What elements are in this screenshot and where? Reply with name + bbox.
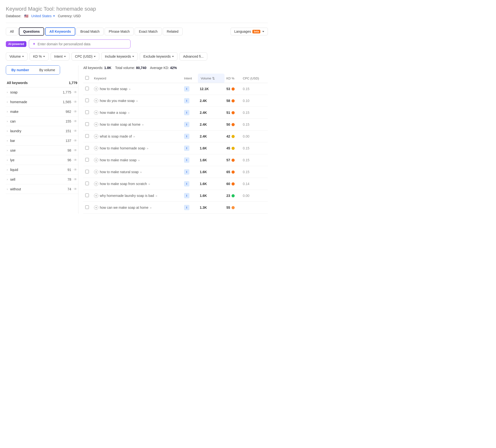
sort-by-volume[interactable]: By volume — [34, 66, 60, 74]
eye-icon[interactable]: 👁 — [74, 158, 77, 162]
filter-exclude-keywords[interactable]: Exclude keywords — [140, 52, 178, 61]
row-checkbox[interactable] — [85, 146, 89, 150]
intent-badge: I — [184, 146, 189, 151]
eye-icon[interactable]: 👁 — [74, 90, 77, 94]
keyword-link[interactable]: + how to make make soap » — [94, 158, 180, 162]
eye-icon[interactable]: 👁 — [74, 177, 77, 181]
keyword-link[interactable]: + how to make soap » — [94, 87, 180, 91]
table-row: + how to make make soap » I 1.6K 57 0.15 — [83, 154, 268, 166]
add-icon[interactable]: + — [94, 87, 98, 91]
row-checkbox[interactable] — [85, 122, 89, 126]
add-icon[interactable]: + — [94, 110, 98, 115]
intent-badge: I — [184, 122, 189, 127]
add-icon[interactable]: + — [94, 122, 98, 127]
sidebar-item[interactable]: › bar 137 👁 — [6, 136, 78, 146]
sidebar-item[interactable]: › without 74 👁 — [6, 184, 78, 194]
table-row: + how to make soap at home » I 2.4K 50 0… — [83, 119, 268, 131]
tab-phrase-match[interactable]: Phrase Match — [105, 28, 134, 35]
row-checkbox[interactable] — [85, 170, 89, 173]
eye-icon[interactable]: 👁 — [74, 148, 77, 152]
select-all-checkbox[interactable] — [85, 76, 89, 80]
keyword-link[interactable]: + what is soap made of » — [94, 134, 180, 139]
sidebar-item[interactable]: › laundry 151 👁 — [6, 126, 78, 136]
arrow-icon: » — [140, 170, 142, 174]
sidebar-item[interactable]: › homemade 1,565 👁 — [6, 97, 78, 107]
kd-dot — [232, 182, 235, 185]
right-table-area: All keywords: 1.8K Total volume: 80,740 … — [78, 65, 268, 214]
tab-exact-match[interactable]: Exact Match — [135, 28, 162, 35]
eye-icon[interactable]: 👁 — [74, 139, 77, 143]
volume-cell: 2.4K — [198, 95, 225, 107]
keyword-group-count: 78 — [67, 178, 71, 181]
keyword-link[interactable]: + how to make soap from scratch » — [94, 182, 180, 186]
keyword-link[interactable]: + how do you make soap » — [94, 99, 180, 103]
col-cpc: CPC (USD) — [241, 74, 268, 83]
add-icon[interactable]: + — [94, 158, 98, 162]
row-checkbox[interactable] — [85, 99, 89, 102]
db-country-link[interactable]: United States — [31, 14, 55, 18]
eye-icon[interactable]: 👁 — [74, 168, 77, 172]
row-checkbox[interactable] — [85, 158, 89, 162]
tab-all-keywords[interactable]: All Keywords — [45, 27, 75, 36]
sidebar-item[interactable]: › liquid 91 👁 — [6, 165, 78, 175]
sidebar-item[interactable]: › use 98 👁 — [6, 146, 78, 155]
add-icon[interactable]: + — [94, 193, 98, 198]
filter-include-keywords[interactable]: Include keywords — [101, 52, 138, 61]
keyword-group-label: make — [10, 110, 66, 114]
eye-icon[interactable]: 👁 — [74, 109, 77, 114]
kd-dot — [232, 147, 235, 150]
tab-broad-match[interactable]: Broad Match — [76, 28, 104, 35]
sidebar-item[interactable]: › can 155 👁 — [6, 116, 78, 126]
row-checkbox[interactable] — [85, 182, 89, 185]
keyword-link[interactable]: + how make a soap » — [94, 110, 180, 115]
languages-button[interactable]: Languages beta — [231, 28, 268, 35]
filter-volume[interactable]: Volume — [6, 52, 28, 61]
eye-icon[interactable]: 👁 — [74, 100, 77, 104]
row-checkbox[interactable] — [85, 134, 89, 138]
tab-all[interactable]: All — [6, 28, 18, 35]
filter-row: Volume KD % Intent CPC (USD) Include key… — [6, 52, 268, 61]
filter-intent[interactable]: Intent — [51, 52, 70, 61]
filter-cpc[interactable]: CPC (USD) — [71, 52, 99, 61]
add-icon[interactable]: + — [94, 146, 98, 150]
eye-icon[interactable]: 👁 — [74, 129, 77, 133]
filter-advanced[interactable]: Advanced fi... — [179, 52, 207, 61]
keyword-link[interactable]: + how to make natural soap » — [94, 170, 180, 174]
add-icon[interactable]: + — [94, 170, 98, 174]
chevron-right-icon: › — [7, 129, 8, 133]
add-icon[interactable]: + — [94, 99, 98, 103]
sidebar-item[interactable]: › make 982 👁 — [6, 107, 78, 116]
add-icon[interactable]: + — [94, 134, 98, 139]
sidebar-item[interactable]: › lye 96 👁 — [6, 155, 78, 165]
row-checkbox[interactable] — [85, 193, 89, 197]
add-icon[interactable]: + — [94, 205, 98, 210]
row-checkbox[interactable] — [85, 87, 89, 90]
keyword-link[interactable]: + how to make homemade soap » — [94, 146, 180, 150]
ai-input-wrapper[interactable]: ✦ — [29, 39, 131, 48]
ai-domain-input[interactable] — [38, 42, 127, 46]
add-icon[interactable]: + — [94, 182, 98, 186]
tab-related[interactable]: Related — [163, 28, 183, 35]
col-volume[interactable]: Volume ⇅ — [198, 74, 225, 83]
keyword-link[interactable]: + why homemade laundry soap is bad » — [94, 193, 180, 198]
keyword-link[interactable]: + how can we make soap at home » — [94, 205, 180, 210]
eye-icon[interactable]: 👁 — [74, 187, 77, 191]
sidebar-item[interactable]: › soap 1,775 👁 — [6, 87, 78, 97]
arrow-icon: » — [128, 111, 130, 115]
intent-badge: I — [184, 134, 189, 139]
tab-questions[interactable]: Questions — [19, 27, 44, 36]
filter-kd[interactable]: KD % — [30, 52, 49, 61]
eye-icon[interactable]: 👁 — [74, 119, 77, 123]
intent-badge: I — [184, 98, 189, 103]
cpc-cell: 0.15 — [241, 166, 268, 178]
sidebar-item[interactable]: › sell 78 👁 — [6, 175, 78, 184]
intent-badge: I — [184, 86, 189, 92]
arrow-icon: » — [133, 135, 135, 138]
cpc-cell: 0.15 — [241, 154, 268, 166]
chevron-down-icon — [132, 56, 134, 57]
row-checkbox[interactable] — [85, 110, 89, 114]
table-row: + how do you make soap » I 2.4K 58 0.10 — [83, 95, 268, 107]
row-checkbox[interactable] — [85, 205, 89, 209]
sort-by-number[interactable]: By number — [6, 66, 34, 74]
keyword-link[interactable]: + how to make soap at home » — [94, 122, 180, 127]
